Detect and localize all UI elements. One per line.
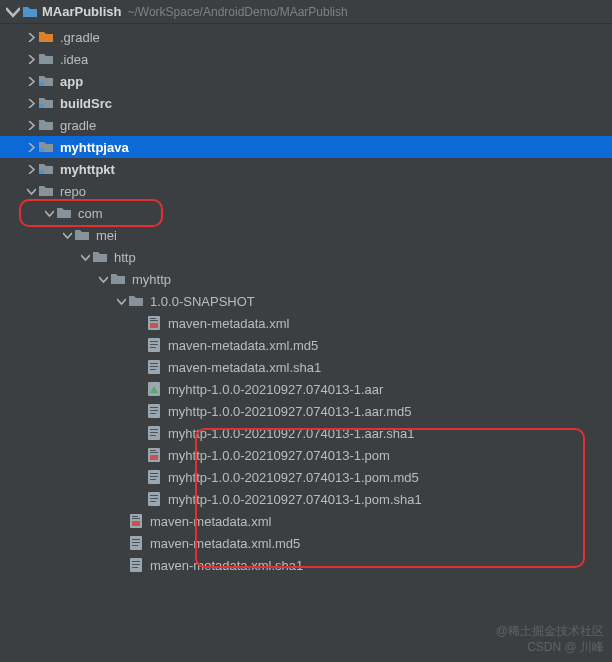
tree-row[interactable]: mei [0, 224, 612, 246]
tree-item-label: myhttp-1.0.0-20210927.074013-1.aar.md5 [168, 404, 412, 419]
folder-gray-icon [92, 249, 108, 265]
tree-item-label: gradle [60, 118, 96, 133]
chevron-down-icon[interactable] [60, 231, 74, 240]
chevron-right-icon[interactable] [24, 55, 38, 64]
tree-item-label: myhttp-1.0.0-20210927.074013-1.pom [168, 448, 390, 463]
xml-icon [146, 315, 162, 331]
tree-item-label: myhttp-1.0.0-20210927.074013-1.aar.sha1 [168, 426, 414, 441]
tree-row[interactable]: myhttpjava [0, 136, 612, 158]
module-icon [38, 161, 54, 177]
tree-item-label: repo [60, 184, 86, 199]
tree-row[interactable]: http [0, 246, 612, 268]
module-icon [38, 73, 54, 89]
tree-item-label: myhttp [132, 272, 171, 287]
tree-row[interactable]: myhttpkt [0, 158, 612, 180]
tree-item-label: maven-metadata.xml [168, 316, 289, 331]
file-icon [146, 337, 162, 353]
project-path: ~/WorkSpace/AndroidDemo/MAarPublish [127, 5, 347, 19]
tree-item-label: com [78, 206, 103, 221]
watermark-juejin: @稀土掘金技术社区 [496, 623, 604, 640]
tree-row[interactable]: myhttp [0, 268, 612, 290]
project-name: MAarPublish [42, 4, 121, 19]
tree-item-label: myhttp-1.0.0-20210927.074013-1.pom.sha1 [168, 492, 422, 507]
aar-icon [146, 381, 162, 397]
tree-row[interactable]: maven-metadata.xml [0, 510, 612, 532]
chevron-down-icon[interactable] [114, 297, 128, 306]
tree-row[interactable]: app [0, 70, 612, 92]
tree-row[interactable]: com [0, 202, 612, 224]
tree-item-label: buildSrc [60, 96, 112, 111]
chevron-down-icon[interactable] [6, 5, 20, 19]
tree-row[interactable]: 1.0.0-SNAPSHOT [0, 290, 612, 312]
tree-row[interactable]: .idea [0, 48, 612, 70]
tree-item-label: http [114, 250, 136, 265]
tree-row[interactable]: myhttp-1.0.0-20210927.074013-1.pom.md5 [0, 466, 612, 488]
module-icon [38, 139, 54, 155]
chevron-down-icon[interactable] [24, 187, 38, 196]
file-icon [146, 359, 162, 375]
chevron-right-icon[interactable] [24, 99, 38, 108]
tree-item-label: myhttpjava [60, 140, 129, 155]
chevron-right-icon[interactable] [24, 165, 38, 174]
project-tree[interactable]: .gradle.ideaappbuildSrcgradlemyhttpjavam… [0, 24, 612, 576]
tree-row[interactable]: .gradle [0, 26, 612, 48]
chevron-down-icon[interactable] [78, 253, 92, 262]
watermark-csdn: CSDN @ 川峰 [527, 639, 604, 656]
tree-item-label: maven-metadata.xml.sha1 [150, 558, 303, 573]
file-icon [128, 557, 144, 573]
tree-item-label: .gradle [60, 30, 100, 45]
tree-row[interactable]: myhttp-1.0.0-20210927.074013-1.aar.sha1 [0, 422, 612, 444]
tree-item-label: myhttp-1.0.0-20210927.074013-1.aar [168, 382, 383, 397]
chevron-right-icon[interactable] [24, 33, 38, 42]
tree-item-label: maven-metadata.xml [150, 514, 271, 529]
chevron-right-icon[interactable] [24, 77, 38, 86]
file-icon [146, 403, 162, 419]
module-icon [38, 95, 54, 111]
tree-row[interactable]: myhttp-1.0.0-20210927.074013-1.aar [0, 378, 612, 400]
file-icon [128, 535, 144, 551]
tree-row[interactable]: maven-metadata.xml.md5 [0, 532, 612, 554]
tree-row[interactable]: myhttp-1.0.0-20210927.074013-1.pom.sha1 [0, 488, 612, 510]
folder-orange-icon [38, 29, 54, 45]
file-icon [146, 425, 162, 441]
tree-row[interactable]: maven-metadata.xml.sha1 [0, 356, 612, 378]
tree-item-label: myhttp-1.0.0-20210927.074013-1.pom.md5 [168, 470, 419, 485]
tree-row[interactable]: maven-metadata.xml.md5 [0, 334, 612, 356]
file-icon [146, 469, 162, 485]
tree-item-label: .idea [60, 52, 88, 67]
tree-item-label: maven-metadata.xml.md5 [168, 338, 318, 353]
tree-item-label: maven-metadata.xml.md5 [150, 536, 300, 551]
tree-row[interactable]: myhttp-1.0.0-20210927.074013-1.pom [0, 444, 612, 466]
tree-row[interactable]: maven-metadata.xml [0, 312, 612, 334]
chevron-right-icon[interactable] [24, 121, 38, 130]
folder-gray-icon [110, 271, 126, 287]
file-icon [146, 491, 162, 507]
xml-icon [128, 513, 144, 529]
folder-gray-icon [38, 117, 54, 133]
tree-item-label: myhttpkt [60, 162, 115, 177]
tree-row[interactable]: gradle [0, 114, 612, 136]
tree-row[interactable]: maven-metadata.xml.sha1 [0, 554, 612, 576]
chevron-down-icon[interactable] [96, 275, 110, 284]
folder-gray-icon [74, 227, 90, 243]
tree-item-label: app [60, 74, 83, 89]
chevron-down-icon[interactable] [42, 209, 56, 218]
folder-gray-icon [56, 205, 72, 221]
folder-gray-icon [128, 293, 144, 309]
tree-row[interactable]: repo [0, 180, 612, 202]
tree-item-label: maven-metadata.xml.sha1 [168, 360, 321, 375]
xml-icon [146, 447, 162, 463]
folder-gray-icon [38, 51, 54, 67]
tree-row[interactable]: myhttp-1.0.0-20210927.074013-1.aar.md5 [0, 400, 612, 422]
project-folder-icon [22, 4, 38, 20]
project-header[interactable]: MAarPublish ~/WorkSpace/AndroidDemo/MAar… [0, 0, 612, 24]
tree-item-label: mei [96, 228, 117, 243]
tree-row[interactable]: buildSrc [0, 92, 612, 114]
tree-item-label: 1.0.0-SNAPSHOT [150, 294, 255, 309]
folder-gray-icon [38, 183, 54, 199]
chevron-right-icon[interactable] [24, 143, 38, 152]
